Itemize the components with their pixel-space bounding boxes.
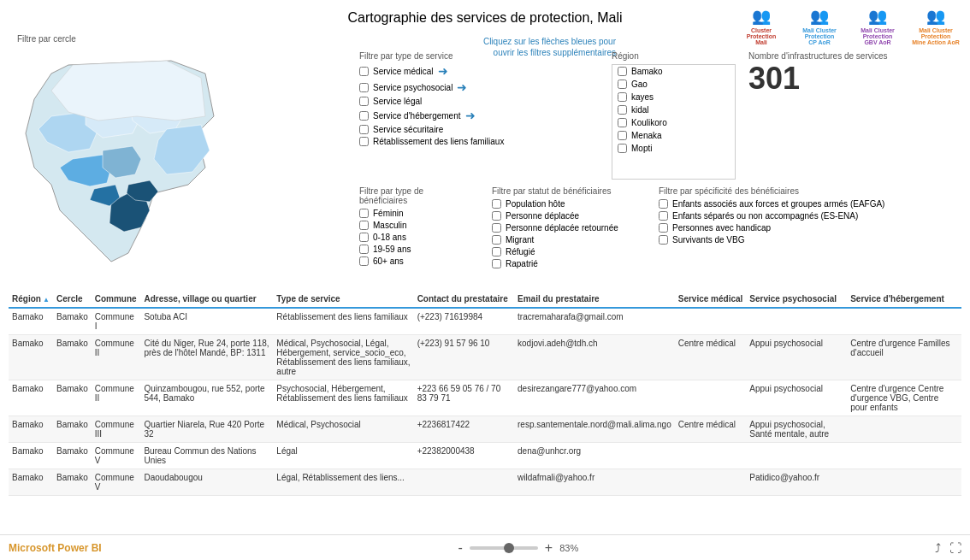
table-row[interactable]: BamakoBamakoCommune VDaoudabougouLégal, … bbox=[9, 469, 961, 496]
checkbox-service-psychosocial[interactable] bbox=[359, 83, 369, 92]
label-0-18: 0-18 ans bbox=[373, 233, 406, 242]
checkbox-service-securitaire[interactable] bbox=[359, 125, 369, 134]
logo-persons-icon-3: 👥 bbox=[868, 7, 887, 26]
arrow-service-medical[interactable]: ➜ bbox=[438, 64, 448, 78]
zoom-minus-button[interactable]: - bbox=[458, 540, 462, 556]
table-cell bbox=[675, 469, 747, 496]
map-section: Filtre par cercle bbox=[17, 34, 248, 282]
zoom-slider[interactable] bbox=[470, 546, 538, 550]
region-menaka-label: Menaka bbox=[631, 131, 662, 140]
filter-eafga: Enfants associés aux forces et groupes a… bbox=[659, 199, 961, 209]
col-service-medical[interactable]: Service médical bbox=[675, 291, 747, 308]
label-pers-dep: Personne déplacée bbox=[506, 211, 579, 221]
col-contact[interactable]: Contact du prestataire bbox=[414, 291, 514, 308]
table-cell: Centre d'urgence Familles d'accueil bbox=[847, 335, 961, 380]
cb-vbg[interactable] bbox=[659, 235, 668, 245]
mali-map[interactable] bbox=[17, 48, 240, 270]
filter-0-18: 0-18 ans bbox=[359, 233, 470, 242]
table-cell bbox=[847, 443, 961, 469]
zoom-slider-thumb[interactable] bbox=[504, 543, 514, 553]
region-koulikoro-label: Koulikoro bbox=[631, 118, 667, 127]
table-cell: Bamako bbox=[53, 308, 92, 335]
logo-icons-2: 👥 bbox=[794, 7, 845, 26]
region-bamako[interactable]: Bamako bbox=[612, 65, 735, 78]
powerbi-link[interactable]: Microsoft Power BI bbox=[9, 542, 102, 554]
table-row[interactable]: BamakoBamakoCommune IICité du Niger, Rue… bbox=[9, 335, 961, 380]
logo-icons-4: 👥 bbox=[910, 7, 961, 26]
cb-pers-dep[interactable] bbox=[492, 211, 501, 221]
cb-pop-hote[interactable] bbox=[492, 199, 501, 209]
table-cell: Daoudabougou bbox=[140, 469, 273, 496]
cb-eafga[interactable] bbox=[659, 199, 668, 209]
table-cell: Centre d'urgence Centre d'urgence VBG, C… bbox=[847, 380, 961, 416]
table-cell: (+223) 91 57 96 10 bbox=[414, 335, 514, 380]
region-gao[interactable]: Gao bbox=[612, 78, 735, 91]
filter-migrant: Migrant bbox=[492, 235, 646, 245]
cb-es-ena[interactable] bbox=[659, 211, 668, 221]
region-menaka[interactable]: Menaka bbox=[612, 129, 735, 142]
region-kayes[interactable]: kayes bbox=[612, 91, 735, 103]
benef-spec-filter: Filtre par spécificité des bénéficiaires… bbox=[659, 186, 961, 247]
checkbox-bamako[interactable] bbox=[618, 67, 627, 76]
checkbox-kayes[interactable] bbox=[618, 92, 627, 102]
cb-19-59[interactable] bbox=[359, 245, 369, 254]
col-region[interactable]: Région bbox=[9, 291, 53, 308]
checkbox-retablissement[interactable] bbox=[359, 137, 369, 146]
checkbox-service-medical[interactable] bbox=[359, 67, 369, 76]
region-koulikoro[interactable]: Koulikoro bbox=[612, 116, 735, 129]
zoom-plus-button[interactable]: + bbox=[545, 540, 553, 556]
checkbox-service-hebergement[interactable] bbox=[359, 111, 369, 121]
region-mopti[interactable]: Mopti bbox=[612, 142, 735, 155]
table-cell: Appui psychosocial bbox=[746, 335, 847, 380]
table-row[interactable]: BamakoBamakoCommune IIQuinzambougou, rue… bbox=[9, 380, 961, 416]
region-list[interactable]: Bamako Gao kayes kidal Koulikoro Menaka … bbox=[612, 64, 736, 180]
table-cell: Quinzambougou, rue 552, porte 544, Bamak… bbox=[140, 380, 273, 416]
col-service-hebergement[interactable]: Service d'hébergement bbox=[847, 291, 961, 308]
arrow-service-hebergement[interactable]: ➜ bbox=[465, 109, 476, 122]
label-pop-hote: Population hôte bbox=[506, 199, 565, 209]
table-cell: Bamako bbox=[9, 308, 53, 335]
label-service-legal: Service légal bbox=[373, 97, 422, 106]
checkbox-mopti[interactable] bbox=[618, 144, 627, 153]
checkbox-kidal[interactable] bbox=[618, 105, 627, 115]
cb-refugie[interactable] bbox=[492, 247, 501, 256]
table-cell: Commune V bbox=[92, 443, 141, 469]
col-service-psychosocial[interactable]: Service psychosocial bbox=[746, 291, 847, 308]
table-row[interactable]: BamakoBamakoCommune ISotuba ACIRétabliss… bbox=[9, 308, 961, 335]
region-kidal[interactable]: kidal bbox=[612, 103, 735, 116]
filter-service-hebergement: Service d'hébergement ➜ bbox=[359, 109, 599, 122]
cb-60plus[interactable] bbox=[359, 256, 369, 266]
table-cell bbox=[675, 308, 747, 335]
col-type-service[interactable]: Type de service bbox=[273, 291, 413, 308]
filter-personne-deplacee: Personne déplacée bbox=[492, 211, 646, 221]
checkbox-menaka[interactable] bbox=[618, 131, 627, 140]
data-table-section[interactable]: Région Cercle Commune Adresse, village o… bbox=[9, 291, 961, 530]
col-adresse[interactable]: Adresse, village ou quartier bbox=[140, 291, 273, 308]
table-row[interactable]: BamakoBamakoCommune VBureau Commun des N… bbox=[9, 443, 961, 469]
cb-0-18[interactable] bbox=[359, 233, 369, 242]
filter-service-medical: Service médical ➜ bbox=[359, 64, 599, 78]
cb-pers-dep-ret[interactable] bbox=[492, 223, 501, 233]
checkbox-service-legal[interactable] bbox=[359, 97, 369, 106]
table-cell: Bamako bbox=[9, 469, 53, 496]
cb-handicap[interactable] bbox=[659, 223, 668, 233]
label-refugie: Réfugié bbox=[506, 247, 535, 256]
table-cell: Appui psychosocial bbox=[746, 380, 847, 416]
col-email[interactable]: Email du prestataire bbox=[514, 291, 675, 308]
table-cell bbox=[847, 308, 961, 335]
checkbox-gao[interactable] bbox=[618, 80, 627, 89]
share-icon[interactable]: ⤴ bbox=[935, 541, 941, 555]
checkbox-koulikoro[interactable] bbox=[618, 118, 627, 127]
col-commune[interactable]: Commune bbox=[92, 291, 141, 308]
label-migrant: Migrant bbox=[506, 235, 534, 245]
arrow-service-psychosocial[interactable]: ➜ bbox=[457, 80, 467, 94]
cb-feminin[interactable] bbox=[359, 209, 369, 218]
col-cercle[interactable]: Cercle bbox=[53, 291, 92, 308]
cb-masculin[interactable] bbox=[359, 221, 369, 230]
table-row[interactable]: BamakoBamakoCommune IIIQuartier Niarela,… bbox=[9, 416, 961, 443]
table-cell: +223 66 59 05 76 / 70 83 79 71 bbox=[414, 380, 514, 416]
fullscreen-icon[interactable]: ⛶ bbox=[949, 541, 961, 555]
cb-rapatrie[interactable] bbox=[492, 259, 501, 268]
cb-migrant[interactable] bbox=[492, 235, 501, 245]
filter-vbg: Survivants de VBG bbox=[659, 235, 961, 245]
